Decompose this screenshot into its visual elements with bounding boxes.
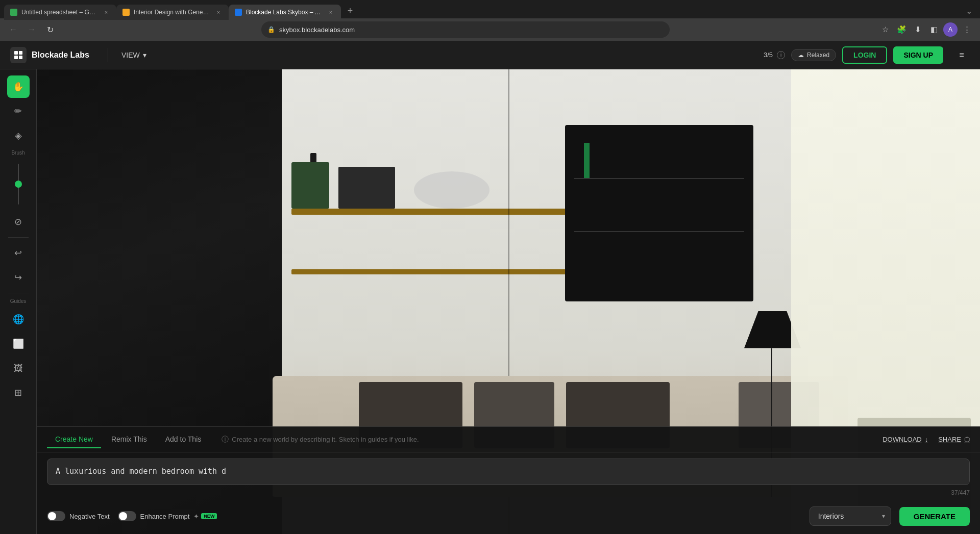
- slider-thumb[interactable]: [15, 181, 22, 188]
- hamburger-menu-icon[interactable]: ≡: [953, 47, 970, 63]
- char-count: 37/447: [47, 489, 970, 496]
- new-badge: NEW: [201, 513, 217, 519]
- image-icon: 🖼: [14, 363, 23, 374]
- bookmark-button[interactable]: ☆: [878, 22, 892, 37]
- scene-plant: [291, 162, 329, 209]
- tool-box-button[interactable]: ⬜: [7, 333, 30, 355]
- tab-close-notion[interactable]: ×: [214, 8, 223, 16]
- sidebar-button[interactable]: ◧: [927, 22, 941, 37]
- tool-brush-button[interactable]: ◈: [7, 124, 30, 147]
- tab-notion[interactable]: Interior Design with Generati… ×: [116, 5, 229, 20]
- more-button[interactable]: ⋮: [960, 22, 974, 37]
- toolbar-divider-2: [8, 293, 29, 293]
- relaxed-icon: ☁: [798, 52, 804, 59]
- tab-bar: Untitled spreadsheet – Goo… × Interior D…: [0, 0, 980, 18]
- generate-button[interactable]: GENERATE: [899, 507, 970, 526]
- back-button[interactable]: ←: [6, 22, 20, 37]
- svg-rect-1: [19, 51, 22, 55]
- slider-track: [18, 164, 19, 205]
- tool-redo-button[interactable]: ↪: [7, 266, 30, 289]
- login-button[interactable]: LOGIN: [842, 46, 887, 64]
- logo-icon: [10, 47, 27, 63]
- negative-text-toggle-thumb: [48, 512, 56, 520]
- negative-text-toggle[interactable]: [47, 511, 65, 521]
- count-info-icon[interactable]: i: [777, 51, 785, 59]
- enhance-prompt-toggle-thumb: [119, 512, 127, 520]
- box-icon: ⬜: [13, 338, 24, 349]
- count-text: 3/5: [764, 51, 773, 59]
- style-select-container: Interiors Fantasy Sci-Fi Landscape Abstr…: [810, 506, 891, 526]
- tab-close-google[interactable]: ×: [102, 8, 110, 16]
- tab-close-blockade[interactable]: ×: [327, 8, 335, 16]
- download-link[interactable]: DOWNLOAD ↓: [883, 436, 928, 443]
- undo-icon: ↩: [14, 247, 22, 259]
- grid-icon: ⊞: [14, 387, 22, 398]
- tab-blockade[interactable]: Blockade Labs Skybox – AI-G… ×: [229, 5, 341, 20]
- tool-globe-button[interactable]: 🌐: [7, 308, 30, 330]
- scene-decor-sphere: [414, 171, 489, 209]
- tab-google-sheets[interactable]: Untitled spreadsheet – Goo… ×: [4, 5, 116, 20]
- stars-icon: ✦: [193, 513, 199, 520]
- view-chevron-icon: ▾: [143, 51, 146, 59]
- logo-text: Blockade Labs: [32, 50, 89, 60]
- tool-image-button[interactable]: 🖼: [7, 357, 30, 379]
- tool-grid-button[interactable]: ⊞: [7, 382, 30, 404]
- globe-icon: 🌐: [13, 314, 24, 325]
- extensions-button[interactable]: 🧩: [894, 22, 909, 37]
- bottom-controls: Negative Text Enhance Prompt ✦ NEW: [37, 502, 980, 534]
- tab-remix-this[interactable]: Remix This: [103, 431, 155, 448]
- bottom-right-actions: DOWNLOAD ↓ SHARE ⬡: [883, 436, 970, 443]
- style-select[interactable]: Interiors Fantasy Sci-Fi Landscape Abstr…: [810, 506, 891, 526]
- main-content: ✋ ✏ ◈ Brush ⊘ ↩ ↪: [0, 69, 980, 534]
- app-header: Blockade Labs VIEW ▾ 3/5 i ☁ Relaxed LOG…: [0, 41, 980, 69]
- forward-button[interactable]: →: [24, 22, 39, 37]
- nav-bar: ← → ↻ 🔒 skybox.blockadelabs.com ☆ 🧩 ⬇ ◧ …: [0, 18, 980, 41]
- tool-select-button[interactable]: ✋: [7, 75, 30, 98]
- svg-rect-0: [14, 51, 18, 55]
- prompt-area: 37/447: [37, 452, 980, 502]
- app-container: Blockade Labs VIEW ▾ 3/5 i ☁ Relaxed LOG…: [0, 41, 980, 534]
- logo: Blockade Labs: [10, 47, 89, 63]
- svg-rect-3: [19, 56, 22, 59]
- enhance-prompt-label: Enhance Prompt: [140, 513, 190, 520]
- generation-count: 3/5 i: [764, 51, 785, 59]
- profile-button[interactable]: A: [943, 22, 958, 37]
- prompt-input[interactable]: [47, 459, 970, 485]
- download-icon: ↓: [925, 436, 928, 443]
- svg-rect-2: [14, 56, 18, 59]
- bookcase-shelf-1: [574, 178, 744, 179]
- lock-icon: 🔒: [267, 26, 275, 33]
- redo-icon: ↪: [14, 272, 22, 283]
- enhance-prompt-toggle[interactable]: [118, 511, 136, 521]
- brush-tool-icon: ◈: [15, 130, 22, 141]
- share-icon: ⬡: [964, 436, 970, 443]
- tab-favicon-blockade: [235, 9, 242, 16]
- bottom-panel: Create New Remix This Add to This ⓘ Crea…: [37, 426, 980, 534]
- new-tab-button[interactable]: +: [343, 4, 357, 18]
- guides-label: Guides: [10, 298, 27, 304]
- tab-create-new[interactable]: Create New: [47, 431, 101, 448]
- relaxed-badge[interactable]: ☁ Relaxed: [791, 49, 836, 61]
- tab-favicon-notion: [122, 9, 130, 16]
- header-right: 3/5 i ☁ Relaxed LOGIN SIGN UP ≡: [764, 46, 970, 64]
- tab-add-to-this[interactable]: Add to This: [157, 431, 210, 448]
- pen-icon: ✏: [14, 106, 22, 117]
- signup-button[interactable]: SIGN UP: [893, 46, 943, 64]
- scene-decor-books: [338, 167, 395, 209]
- tool-block-button[interactable]: ⊘: [7, 211, 30, 233]
- download-button[interactable]: ⬇: [911, 22, 925, 37]
- tool-pen-button[interactable]: ✏: [7, 100, 30, 122]
- view-dropdown[interactable]: VIEW ▾: [116, 48, 152, 62]
- url-bar[interactable]: 🔒 skybox.blockadelabs.com: [261, 21, 670, 38]
- tab-expand-button[interactable]: ⌄: [962, 4, 976, 18]
- brush-slider[interactable]: [18, 164, 19, 205]
- scene-shelf-lower: [291, 269, 612, 274]
- brush-label: Brush: [11, 150, 24, 156]
- reload-button[interactable]: ↻: [43, 22, 57, 37]
- left-toolbar: ✋ ✏ ◈ Brush ⊘ ↩ ↪: [0, 69, 37, 534]
- bookcase-plant: [584, 143, 590, 178]
- toolbar-divider-1: [8, 237, 29, 238]
- header-divider: [108, 48, 108, 62]
- tool-undo-button[interactable]: ↩: [7, 242, 30, 264]
- share-link[interactable]: SHARE ⬡: [938, 436, 970, 443]
